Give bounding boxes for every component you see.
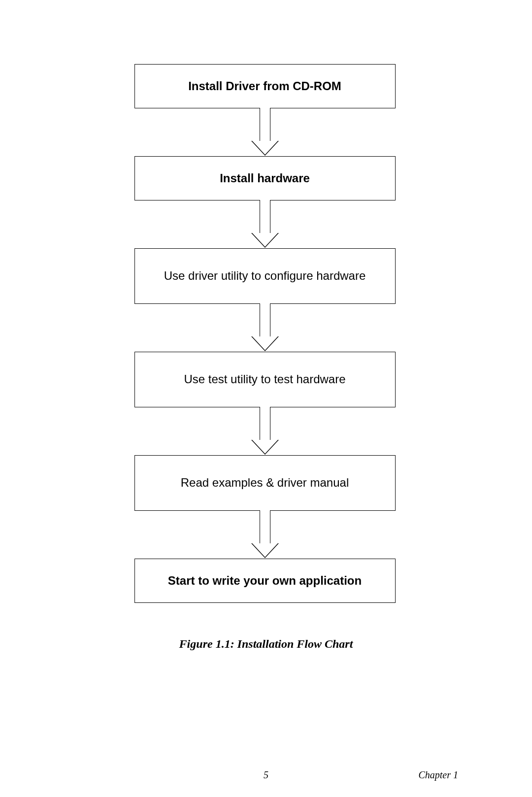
flow-step-2: Install hardware xyxy=(134,156,396,200)
flowchart: Install Driver from CD-ROM Install hardw… xyxy=(134,64,396,603)
flow-arrow xyxy=(260,407,270,455)
flow-arrow xyxy=(260,200,270,248)
flow-step-label: Start to write your own application xyxy=(168,573,362,589)
flow-step-6: Start to write your own application xyxy=(134,559,396,603)
document-page: Install Driver from CD-ROM Install hardw… xyxy=(0,0,532,797)
figure-caption: Figure 1.1: Installation Flow Chart xyxy=(84,637,448,651)
flow-step-4: Use test utility to test hardware xyxy=(134,352,396,407)
flow-step-label: Read examples & driver manual xyxy=(181,475,349,491)
flow-arrow xyxy=(260,304,270,352)
flow-step-label: Install hardware xyxy=(220,170,310,186)
flow-step-label: Use test utility to test hardware xyxy=(184,371,345,387)
flow-step-label: Install Driver from CD-ROM xyxy=(188,78,341,94)
flow-arrow xyxy=(260,108,270,156)
flow-step-3: Use driver utility to configure hardware xyxy=(134,248,396,304)
page-number: 5 xyxy=(264,769,268,781)
chapter-label: Chapter 1 xyxy=(418,769,458,781)
flow-step-label: Use driver utility to configure hardware xyxy=(164,268,366,284)
flow-arrow xyxy=(260,511,270,559)
flow-step-1: Install Driver from CD-ROM xyxy=(134,64,396,108)
flow-step-5: Read examples & driver manual xyxy=(134,455,396,511)
